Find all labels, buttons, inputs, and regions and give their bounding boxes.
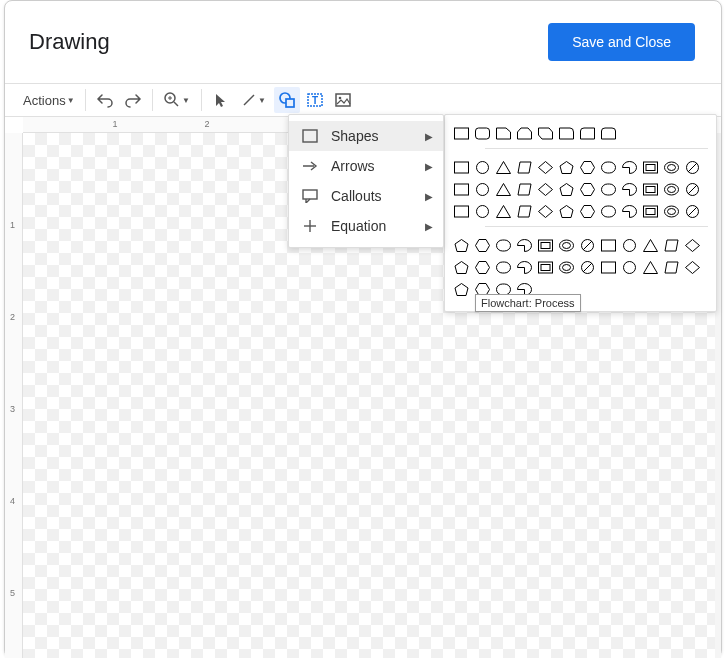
menu-label: Shapes	[331, 128, 378, 144]
menu-item-equation[interactable]: Equation ▶	[289, 211, 443, 241]
shape-item[interactable]	[495, 181, 512, 198]
shape-item[interactable]	[621, 259, 638, 276]
svg-point-27	[665, 162, 679, 173]
shape-snip-round-single[interactable]	[558, 125, 575, 142]
shape-round-same-side[interactable]	[600, 125, 617, 142]
shape-item[interactable]	[684, 159, 701, 176]
shape-item[interactable]	[684, 203, 701, 220]
shape-item[interactable]	[663, 159, 680, 176]
shape-item[interactable]	[516, 159, 533, 176]
shape-item[interactable]	[537, 203, 554, 220]
shape-item[interactable]	[558, 181, 575, 198]
shape-item[interactable]	[558, 237, 575, 254]
save-and-close-button[interactable]: Save and Close	[548, 23, 695, 61]
shape-item[interactable]	[495, 203, 512, 220]
svg-point-18	[477, 162, 489, 174]
shape-item[interactable]	[600, 181, 617, 198]
shape-item[interactable]	[495, 159, 512, 176]
shape-item[interactable]	[663, 203, 680, 220]
shape-item[interactable]	[516, 203, 533, 220]
image-tool-button[interactable]	[330, 87, 356, 113]
shape-item[interactable]	[600, 259, 617, 276]
shape-item[interactable]	[558, 159, 575, 176]
actions-menu-button[interactable]: Actions▼	[19, 89, 79, 112]
svg-rect-45	[455, 206, 469, 217]
svg-marker-60	[476, 240, 490, 252]
shape-item[interactable]	[453, 181, 470, 198]
shape-snip-single[interactable]	[495, 125, 512, 142]
shape-item[interactable]	[642, 259, 659, 276]
menu-item-callouts[interactable]: Callouts ▶	[289, 181, 443, 211]
svg-marker-86	[686, 262, 700, 274]
shape-item[interactable]	[684, 237, 701, 254]
shape-item[interactable]	[579, 159, 596, 176]
shape-item[interactable]	[621, 203, 638, 220]
shape-item[interactable]	[474, 203, 491, 220]
shape-tool-button[interactable]	[274, 87, 300, 113]
svg-line-67	[583, 241, 592, 250]
shape-item[interactable]	[474, 237, 491, 254]
shape-item[interactable]	[621, 159, 638, 176]
menu-label: Arrows	[331, 158, 375, 174]
shape-item[interactable]	[453, 259, 470, 276]
shape-item[interactable]	[579, 259, 596, 276]
shape-item[interactable]	[474, 181, 491, 198]
svg-marker-34	[518, 184, 531, 195]
textbox-tool-button[interactable]: T	[302, 87, 328, 113]
select-tool-button[interactable]	[208, 87, 234, 113]
shape-item[interactable]	[600, 159, 617, 176]
shape-item[interactable]	[537, 237, 554, 254]
shape-item[interactable]	[516, 259, 533, 276]
shape-item[interactable]	[600, 237, 617, 254]
shape-item[interactable]	[621, 181, 638, 198]
redo-button[interactable]	[120, 87, 146, 113]
shape-item[interactable]	[684, 181, 701, 198]
shape-item[interactable]	[642, 159, 659, 176]
shape-round-single[interactable]	[579, 125, 596, 142]
shape-rounded-rectangle[interactable]	[474, 125, 491, 142]
shape-item[interactable]	[453, 281, 470, 298]
shape-item[interactable]	[495, 237, 512, 254]
svg-point-42	[668, 187, 676, 193]
equation-icon	[301, 217, 319, 235]
shape-item[interactable]	[579, 181, 596, 198]
line-tool-button[interactable]: ▼	[236, 87, 272, 113]
caret-down-icon: ▼	[258, 96, 266, 105]
shape-item[interactable]	[558, 259, 575, 276]
shape-item[interactable]	[453, 203, 470, 220]
shape-snip-diagonal[interactable]	[537, 125, 554, 142]
svg-marker-74	[476, 262, 490, 274]
shape-item[interactable]	[621, 237, 638, 254]
rectangle-icon	[301, 127, 319, 145]
shape-item[interactable]	[663, 237, 680, 254]
shape-item[interactable]	[537, 181, 554, 198]
shape-item[interactable]	[579, 237, 596, 254]
shape-item[interactable]	[579, 203, 596, 220]
svg-marker-37	[581, 184, 595, 196]
shape-item[interactable]	[516, 237, 533, 254]
menu-item-arrows[interactable]: Arrows ▶	[289, 151, 443, 181]
shape-item[interactable]	[474, 159, 491, 176]
menu-item-shapes[interactable]: Shapes ▶	[289, 121, 443, 151]
shape-item[interactable]	[516, 181, 533, 198]
shape-item[interactable]	[642, 203, 659, 220]
shape-item[interactable]	[663, 181, 680, 198]
shape-item[interactable]	[558, 203, 575, 220]
shape-item[interactable]	[663, 259, 680, 276]
svg-marker-49	[539, 206, 553, 218]
shape-item[interactable]	[453, 237, 470, 254]
shape-item[interactable]	[453, 159, 470, 176]
shape-item[interactable]	[642, 181, 659, 198]
shape-item[interactable]	[642, 237, 659, 254]
shape-snip-same-side[interactable]	[516, 125, 533, 142]
shape-rectangle[interactable]	[453, 125, 470, 142]
shape-item[interactable]	[495, 259, 512, 276]
shape-item[interactable]	[600, 203, 617, 220]
undo-button[interactable]	[92, 87, 118, 113]
shape-item[interactable]	[684, 259, 701, 276]
svg-rect-15	[455, 128, 469, 139]
shape-item[interactable]	[537, 259, 554, 276]
shape-item[interactable]	[537, 159, 554, 176]
shape-item[interactable]	[474, 259, 491, 276]
zoom-button[interactable]: ▼	[159, 87, 195, 113]
